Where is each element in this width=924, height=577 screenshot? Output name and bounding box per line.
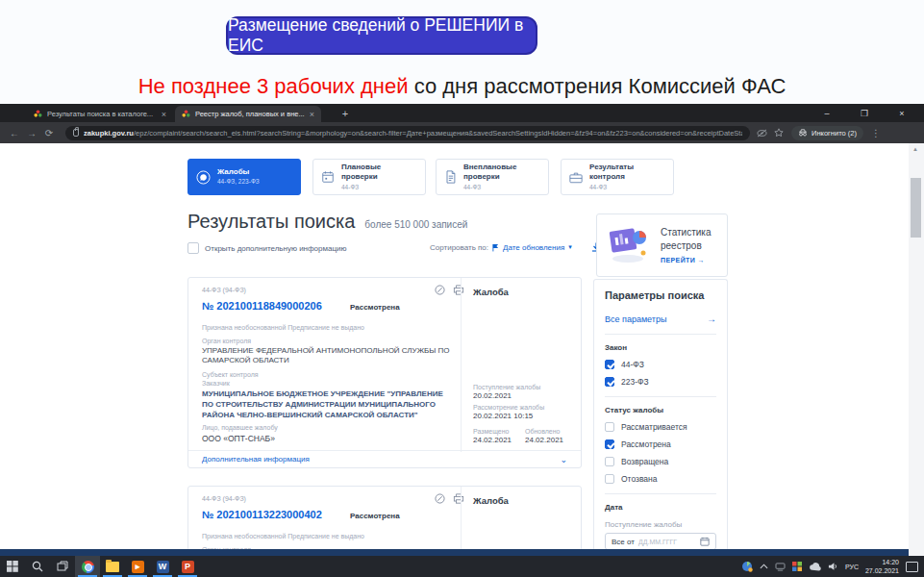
- additional-info-link[interactable]: Дополнительная информация: [202, 455, 310, 464]
- file-explorer-icon: [106, 562, 119, 572]
- start-button[interactable]: [0, 556, 25, 577]
- address-bar[interactable]: zakupki.gov.ru/epz/complaint/search/sear…: [65, 126, 750, 140]
- chevron-down-icon[interactable]: ▾: [568, 243, 572, 251]
- taskbar-word-button[interactable]: W: [150, 556, 175, 577]
- taskbar-powerpoint-button[interactable]: P: [175, 556, 200, 577]
- card-law-label: 44-ФЗ (94-ФЗ): [202, 287, 246, 293]
- url-path: /epz/complaint/search/search_eis.html?se…: [134, 129, 742, 138]
- results-title: Результаты поиска: [187, 211, 355, 232]
- browser-update-tray-icon[interactable]: [741, 561, 753, 572]
- nav-sublabel: 44-ФЗ: [463, 184, 540, 191]
- complaint-status: Рассмотрена: [350, 303, 400, 312]
- filter-option-223fz[interactable]: 223-ФЗ: [605, 377, 716, 387]
- nav-tab-complaints[interactable]: Жалобы 44-ФЗ, 223-ФЗ: [187, 159, 301, 195]
- browser-tab-1[interactable]: Результаты поиска в каталоге... ×: [27, 106, 173, 122]
- taskbar-search-button[interactable]: [25, 556, 50, 577]
- language-indicator[interactable]: РУС: [845, 564, 859, 570]
- slide-title: Размещение сведений о РЕШЕНИИ в ЕИС: [228, 15, 536, 56]
- filer-label: Лицо, подавшее жалобу: [202, 424, 278, 431]
- updated-date-value: 24.02.2021: [525, 436, 577, 444]
- divider: [605, 396, 716, 397]
- taskbar-chrome-button[interactable]: [75, 556, 100, 577]
- signature-icon[interactable]: [435, 493, 445, 504]
- password-eye-icon[interactable]: [757, 129, 767, 138]
- taskbar-explorer-button[interactable]: [100, 556, 125, 577]
- stats-card-title: Статистика реестров: [661, 226, 712, 252]
- forward-button[interactable]: →: [23, 128, 40, 138]
- checkbox-unchecked[interactable]: [605, 422, 614, 432]
- notification-center-icon[interactable]: [906, 562, 918, 572]
- slide-title-banner: Размещение сведений о РЕШЕНИИ в ЕИС: [226, 16, 537, 55]
- registry-stats-card[interactable]: Статистика реестров ПЕРЕЙТИ →: [596, 213, 728, 277]
- scrollbar-thumb[interactable]: [911, 178, 921, 238]
- nav-tab-control-results[interactable]: Результаты контроля 44-ФЗ: [561, 159, 674, 195]
- remote-tray-icon[interactable]: [775, 563, 786, 571]
- taskbar-clock[interactable]: 14:20 27.02.2021: [865, 558, 899, 575]
- complaint-resolution: Признана необоснованной Предписание не в…: [202, 324, 364, 331]
- nav-label: Результаты контроля: [589, 163, 634, 181]
- arrow-right-icon: →: [707, 314, 716, 324]
- control-organ-value: УПРАВЛЕНИЕ ФЕДЕРАЛЬНОЙ АНТИМОНОПОЛЬНОЙ С…: [202, 346, 450, 366]
- open-info-checkbox[interactable]: [187, 242, 199, 254]
- window-minimize-button[interactable]: –: [811, 104, 843, 122]
- browser-tab-2-active[interactable]: Реестр жалоб, плановых и вне... ×: [175, 106, 321, 122]
- media-player-icon: ▸: [132, 561, 144, 573]
- status-group-title: Статус жалобы: [605, 406, 716, 414]
- complaint-number-link[interactable]: № 202100118849000206: [202, 300, 322, 312]
- stats-go-link[interactable]: ПЕРЕЙТИ →: [661, 257, 705, 263]
- nav-label: Плановые проверки: [341, 163, 381, 181]
- checkbox-unchecked[interactable]: [605, 457, 614, 466]
- nav-sublabel: 44-ФЗ, 223-ФЗ: [217, 178, 260, 186]
- tray-expand-icon[interactable]: [760, 564, 768, 569]
- chevron-down-icon[interactable]: ⌄: [560, 455, 567, 464]
- incognito-icon: [798, 129, 808, 137]
- complaint-number-link[interactable]: № 202100113223000402: [202, 509, 322, 520]
- divider: [605, 493, 716, 494]
- nav-tab-unplanned-checks[interactable]: Внеплановые проверки 44-ФЗ: [436, 159, 549, 195]
- reload-button[interactable]: ⟳: [40, 128, 58, 138]
- filter-option-withdrawn[interactable]: Отозвана: [605, 474, 716, 484]
- filter-option-returned[interactable]: Возвращена: [605, 457, 716, 466]
- clock-time: 14:20: [865, 558, 899, 566]
- date-group-title: Дата: [605, 503, 716, 512]
- receipt-date-input[interactable]: Все от ДД.ММ.ГГГГ: [605, 533, 716, 550]
- powerpoint-icon: P: [182, 561, 194, 573]
- sort-flag-icon: [492, 243, 499, 252]
- receipt-date-filter-label: Поступление жалобы: [605, 520, 716, 529]
- all-params-link[interactable]: Все параметры →: [605, 314, 716, 324]
- new-tab-button[interactable]: +: [338, 107, 352, 120]
- lock-icon: [73, 129, 79, 137]
- control-subject-value[interactable]: МУНИЦИПАЛЬНОЕ БЮДЖЕТНОЕ УЧРЕЖДЕНИЕ "УПРА…: [202, 389, 454, 420]
- tab-close-icon[interactable]: ×: [162, 110, 166, 119]
- sort-value-link[interactable]: Дате обновления: [503, 243, 564, 252]
- calendar-icon[interactable]: [700, 537, 710, 546]
- signature-icon[interactable]: [435, 285, 445, 295]
- checkbox-checked[interactable]: [605, 377, 614, 387]
- checkbox-checked[interactable]: [605, 439, 614, 449]
- filter-option-in-review[interactable]: Рассматривается: [605, 422, 716, 432]
- bookmark-star-icon[interactable]: [774, 128, 784, 138]
- task-view-button[interactable]: [50, 556, 75, 577]
- volume-icon[interactable]: [828, 562, 838, 571]
- arrow-right-icon: →: [698, 257, 705, 263]
- nav-label: Внеплановые проверки: [463, 163, 516, 181]
- window-close-button[interactable]: ×: [886, 104, 918, 122]
- tab-close-icon[interactable]: ×: [310, 110, 314, 119]
- window-maximize-button[interactable]: ❐: [848, 104, 881, 122]
- checkbox-unchecked[interactable]: [605, 474, 614, 484]
- system-tray: РУС 14:20 27.02.2021: [741, 558, 924, 575]
- filter-option-reviewed[interactable]: Рассмотрена: [605, 439, 716, 449]
- checkbox-checked[interactable]: [605, 360, 614, 369]
- page-scrollbar[interactable]: ▲: [909, 143, 924, 556]
- filter-option-44fz[interactable]: 44-ФЗ: [605, 360, 716, 369]
- antivirus-tray-icon[interactable]: [792, 562, 802, 571]
- nav-tab-planned-checks[interactable]: Плановые проверки 44-ФЗ: [312, 159, 426, 195]
- onedrive-cloud-icon[interactable]: [809, 563, 821, 571]
- taskbar-media-button[interactable]: ▸: [125, 556, 150, 577]
- browser-menu-icon[interactable]: ⋮: [871, 128, 881, 138]
- incognito-badge[interactable]: Инкогнито (2): [791, 126, 863, 140]
- scroll-up-icon[interactable]: ▲: [912, 146, 918, 152]
- back-button[interactable]: ←: [6, 128, 23, 138]
- complaint-resolution: Признана необоснованной Предписание не в…: [202, 533, 364, 539]
- placed-date-label: Размещено: [473, 428, 525, 435]
